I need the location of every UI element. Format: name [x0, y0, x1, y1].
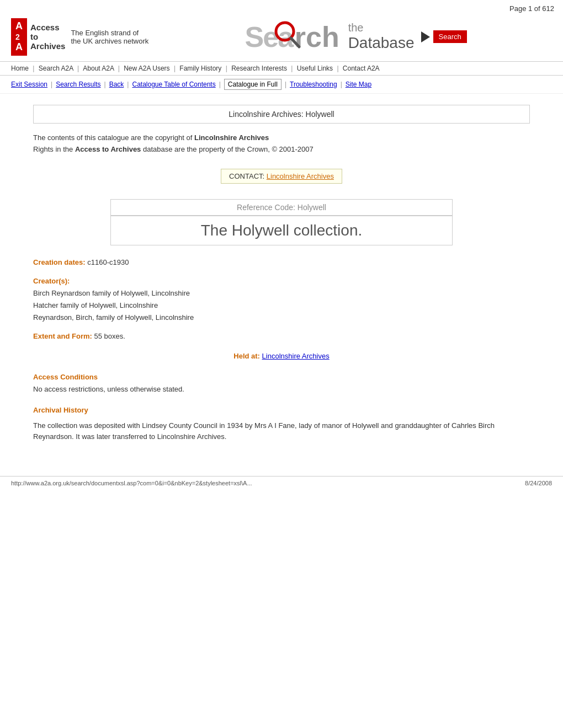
archival-history-block: Archival History The collection was depo…	[33, 404, 530, 443]
logo-text-block: Access to Archives	[30, 23, 65, 51]
logo-number-2: 2	[15, 33, 23, 42]
nav-sep-7: |	[337, 65, 340, 72]
creators-label-wrap: Creator(s):	[33, 275, 530, 287]
svg-line-1	[291, 38, 299, 47]
collection-title-box: The Holywell collection.	[110, 216, 453, 245]
nav-search-a2a[interactable]: Search A2A	[39, 65, 73, 72]
toolbar: Exit Session | Search Results | Back | C…	[0, 76, 563, 94]
nav-new-users[interactable]: New A2A Users	[124, 65, 169, 72]
nav-useful-links[interactable]: Useful Links	[297, 65, 333, 72]
logo-box: A 2 A Access to Archives The English str…	[11, 18, 148, 56]
nav-sep-4: |	[174, 65, 177, 72]
tb-sep-2: |	[104, 81, 106, 88]
access-conditions-text: No access restrictions, unless otherwise…	[33, 383, 530, 395]
creator-3: Reynardson, Birch, family of Holywell, L…	[33, 312, 530, 324]
page-indicator: Page 1 of 612	[0, 0, 563, 13]
copyright-block: The contents of this catalogue are the c…	[33, 132, 530, 156]
exit-session-link[interactable]: Exit Session	[11, 81, 47, 88]
magnifier-icon	[272, 18, 304, 50]
contact-label: CONTACT:	[229, 172, 267, 180]
logo-archives: Archives	[30, 41, 65, 51]
tb-sep-3: |	[127, 81, 129, 88]
catalogue-title: Lincolnshire Archives: Holywell	[229, 110, 334, 119]
catalogue-title-box: Lincolnshire Archives: Holywell	[33, 105, 530, 124]
tb-sep-6: |	[341, 81, 342, 88]
creation-dates-val: c1160-c1930	[87, 258, 129, 266]
copyright-pre2: Rights in the	[33, 145, 75, 153]
logo-access: Access	[30, 23, 65, 32]
nav-sep-2: |	[77, 65, 81, 72]
access-conditions-heading: Access Conditions	[33, 371, 530, 383]
metadata-block: Creation dates: c1160-c1930 Creator(s): …	[33, 256, 530, 443]
logo-to: to	[30, 32, 65, 41]
tagline2: the UK archives network	[71, 37, 148, 45]
creator-2: Hatcher family of Holywell, Lincolnshire	[33, 299, 530, 312]
contact-wrapper: CONTACT: Lincolnshire Archives	[33, 164, 530, 188]
contact-box: CONTACT: Lincolnshire Archives	[221, 169, 342, 184]
search-graphic: Sea rch the Database Search	[160, 20, 552, 53]
copyright-post2: database are the property of the Crown, …	[141, 145, 313, 153]
copyright-line1: The contents of this catalogue are the c…	[33, 132, 530, 144]
creation-dates-label: Creation dates:	[33, 258, 86, 266]
database-label-block: the Database	[348, 22, 415, 52]
catalogue-toc-link[interactable]: Catalogue Table of Contents	[132, 81, 215, 88]
logo-tagline-block: The English strand of the UK archives ne…	[71, 29, 148, 45]
access-conditions-block: Access Conditions No access restrictions…	[33, 371, 530, 395]
creation-dates-row: Creation dates: c1160-c1930	[33, 256, 530, 269]
ref-code-text: Reference Code: Holywell	[237, 203, 326, 212]
extent-value: 55 boxes.	[94, 332, 125, 340]
extent-row: Extent and Form: 55 boxes.	[33, 330, 530, 342]
catalogue-in-full-button[interactable]: Catalogue in Full	[224, 79, 282, 90]
copyright-bold1: Lincolnshire Archives	[194, 133, 269, 142]
held-at-link[interactable]: Lincolnshire Archives	[262, 352, 330, 360]
nav-sep-1: |	[33, 65, 36, 72]
footer-bar: http://www.a2a.org.uk/search/documentxsl…	[0, 476, 563, 490]
held-at-label: Held at:	[233, 352, 260, 360]
copyright-bold2: Access to Archives	[75, 145, 141, 153]
tb-sep-1: |	[51, 81, 52, 88]
extent-label: Extent and Form:	[33, 332, 92, 340]
held-at-row: Held at: Lincolnshire Archives	[33, 350, 530, 362]
site-map-link[interactable]: Site Map	[346, 81, 371, 88]
nav-sep-6: |	[291, 65, 294, 72]
contact-link[interactable]: Lincolnshire Archives	[267, 172, 334, 180]
nav-sep-5: |	[226, 65, 229, 72]
creators-label: Creator(s):	[33, 277, 70, 285]
nav-home[interactable]: Home	[11, 65, 29, 72]
search-button[interactable]: Search	[433, 30, 467, 43]
nav-sep-3: |	[118, 65, 121, 72]
header-area: A 2 A Access to Archives The English str…	[0, 13, 563, 61]
creators-row: Creator(s): Birch Reynardson family of H…	[33, 275, 530, 324]
nav-research[interactable]: Research Interests	[231, 65, 287, 72]
archival-history-text: The collection was deposited with Lindse…	[33, 420, 530, 443]
footer-date: 8/24/2008	[525, 480, 552, 486]
search-results-link[interactable]: Search Results	[56, 81, 100, 88]
tb-sep-4: |	[219, 81, 221, 88]
search-text-graphic: Sea rch	[245, 20, 339, 53]
copyright-line2: Rights in the Access to Archives databas…	[33, 144, 530, 156]
creator-1: Birch Reynardson family of Holywell, Lin…	[33, 287, 530, 299]
tagline1: The English strand of	[71, 29, 148, 37]
logo-letter-a1: A	[15, 20, 23, 33]
logo-letters-block: A 2 A	[11, 18, 27, 56]
nav-contact-a2a[interactable]: Contact A2A	[343, 65, 380, 72]
page-number-text: Page 1 of 612	[509, 4, 554, 13]
search-btn-area: Search	[421, 30, 467, 43]
archival-history-heading: Archival History	[33, 404, 530, 416]
back-link[interactable]: Back	[109, 81, 124, 88]
play-icon	[421, 31, 430, 42]
collection-title: The Holywell collection.	[201, 222, 363, 239]
troubleshooting-link[interactable]: Troubleshooting	[290, 81, 337, 88]
main-content: Lincolnshire Archives: Holywell The cont…	[0, 94, 563, 459]
nav-bar: Home | Search A2A | About A2A | New A2A …	[0, 61, 563, 76]
logo-letter-a2: A	[15, 41, 23, 53]
search-logo: Sea rch the Database Search	[245, 20, 467, 53]
copyright-pre1: The contents of this catalogue are the c…	[33, 133, 194, 142]
the-text: the	[348, 22, 415, 34]
nav-about-a2a[interactable]: About A2A	[83, 65, 114, 72]
nav-family-history[interactable]: Family History	[179, 65, 221, 72]
ref-code-box: Reference Code: Holywell	[110, 199, 453, 216]
tb-sep-5: |	[285, 81, 286, 88]
database-text: Database	[348, 34, 415, 52]
footer-url: http://www.a2a.org.uk/search/documentxsl…	[11, 480, 252, 486]
